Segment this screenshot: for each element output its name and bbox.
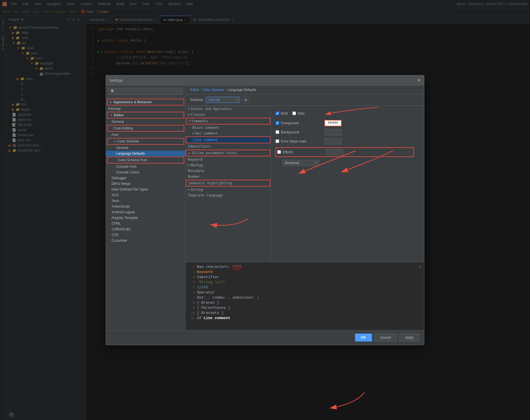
element-classes[interactable]: ▶ Classes xyxy=(186,112,271,117)
element-line-comment-label: Line comment xyxy=(193,138,218,142)
foreground-color-swatch[interactable]: FFFFFF xyxy=(324,120,342,126)
element-list: ▶ States and Operators ▶ Classes ▼ Comme… xyxy=(186,106,271,262)
settings-item-language-defaults[interactable]: Language Defaults xyxy=(106,151,185,156)
settings-dialog-overlay: Settings ✕ ▶ Appearance & Behavior xyxy=(0,0,530,420)
settings-item-angular[interactable]: Angular Template xyxy=(106,215,185,221)
apply-button[interactable]: Apply xyxy=(399,334,420,342)
cancel-button[interactable]: Cancel xyxy=(374,334,397,342)
settings-item-font[interactable]: Font xyxy=(106,132,185,138)
background-checkbox[interactable] xyxy=(276,130,279,134)
settings-item-code-editing[interactable]: Code Editing xyxy=(107,125,184,132)
element-metadata-label: Metadata xyxy=(188,169,204,173)
breadcrumb-colorscheme[interactable]: Color Scheme xyxy=(202,88,224,92)
background-color-swatch[interactable] xyxy=(324,129,342,135)
settings-item-color-scheme-font[interactable]: Color Scheme Font xyxy=(107,157,184,164)
element-inline-hints[interactable]: ▶ Inline parameter hints xyxy=(186,150,270,156)
settings-item-editor[interactable]: ▼ Editor xyxy=(107,112,184,119)
bold-italic-row: Bold Italic xyxy=(276,111,420,115)
settings-item-vcs[interactable]: VCS xyxy=(106,192,185,198)
element-markup-label: Markup xyxy=(191,163,203,167)
element-semantic[interactable]: Semantic highlighting xyxy=(186,180,270,187)
foreground-checkbox[interactable] xyxy=(276,121,279,125)
settings-keymap-label: Keymap xyxy=(108,107,121,111)
settings-as-label: ActionScript xyxy=(112,204,130,208)
breadcrumb-sep2: › xyxy=(225,88,226,92)
preview-content-6: Operator xyxy=(197,290,215,295)
settings-general2-label: General xyxy=(116,146,128,150)
settings-search-input[interactable] xyxy=(108,88,183,95)
effects-color-swatch[interactable] xyxy=(326,149,343,155)
settings-item-console-font[interactable]: Console Font xyxy=(106,164,185,169)
error-stripe-checkbox[interactable] xyxy=(276,139,279,143)
element-doc-comment[interactable]: ▶ Doc comment xyxy=(186,131,271,136)
preview-num-1: 1 xyxy=(190,265,197,269)
settings-item-general[interactable]: General xyxy=(106,119,185,125)
settings-java-label: Java xyxy=(112,199,119,203)
element-string[interactable]: ▶ String xyxy=(186,187,271,193)
settings-content: ▶ States and Operators ▶ Classes ▼ Comme… xyxy=(186,106,424,262)
breadcrumb-editor[interactable]: Editor xyxy=(190,88,199,92)
expand-comments-icon: ▼ xyxy=(189,119,190,123)
settings-item-debugger[interactable]: Debugger xyxy=(106,175,185,181)
element-classes-label: Classes xyxy=(191,113,205,117)
error-stripe-color-swatch[interactable] xyxy=(324,138,342,144)
background-checkbox-label[interactable]: Background xyxy=(276,130,321,134)
element-identifiers[interactable]: Identifiers xyxy=(186,144,271,149)
settings-item-cucumber[interactable]: Cucumber xyxy=(106,238,185,243)
settings-dialog: Settings ✕ ▶ Appearance & Behavior xyxy=(106,75,424,345)
element-comments[interactable]: ▼ Comments xyxy=(186,118,270,125)
settings-item-color-scheme[interactable]: ▼ Color Scheme xyxy=(107,138,184,145)
error-stripe-checkbox-label[interactable]: Error stripe mark xyxy=(276,139,321,143)
italic-checkbox-label[interactable]: Italic xyxy=(292,111,305,115)
settings-item-actionscript[interactable]: ActionScript xyxy=(106,204,185,209)
settings-al-label: Android Logcat xyxy=(112,210,135,214)
preview-line-8: 8 { Braces } xyxy=(190,300,420,305)
breadcrumb-langdefaults: Language Defaults xyxy=(227,88,256,92)
dialog-title-bar: Settings ✕ xyxy=(106,75,424,86)
settings-item-cfml[interactable]: CFML xyxy=(106,221,185,226)
effects-checkbox[interactable] xyxy=(277,150,281,154)
element-block-comment[interactable]: Block comment xyxy=(186,125,271,131)
effects-row: Effects xyxy=(276,147,414,157)
element-markup[interactable]: ▶ Markup xyxy=(186,162,271,168)
italic-checkbox[interactable] xyxy=(292,111,296,115)
bold-checkbox[interactable] xyxy=(276,111,279,115)
element-line-comment[interactable]: Line comment xyxy=(186,136,270,143)
element-states[interactable]: ▶ States and Operators xyxy=(186,106,271,112)
effects-type-select[interactable]: Bordered Underline Bold underline Underw… xyxy=(282,160,319,166)
element-keyword[interactable]: Keyword xyxy=(186,157,271,162)
expand-states-icon: ▶ xyxy=(188,107,190,110)
properties-panel: Bold Italic xyxy=(271,106,424,262)
ok-button[interactable]: OK xyxy=(355,334,372,342)
expand-classes-icon: ▶ xyxy=(188,113,190,116)
bold-checkbox-label[interactable]: Bold xyxy=(276,111,288,115)
element-semantic-label: Semantic highlighting xyxy=(189,181,232,185)
effects-checkbox-label[interactable]: Effects xyxy=(277,150,323,154)
foreground-checkbox-label[interactable]: Foreground xyxy=(276,121,321,125)
element-string-label: String xyxy=(191,188,203,192)
settings-item-keymap[interactable]: Keymap xyxy=(106,106,185,111)
settings-item-console-colors[interactable]: Console Colors xyxy=(106,169,185,175)
dialog-close-button[interactable]: ✕ xyxy=(417,78,421,83)
dialog-title: Settings xyxy=(109,78,417,82)
settings-item-general2[interactable]: General xyxy=(106,145,185,151)
error-stripe-label-text: Error stripe mark xyxy=(281,139,306,143)
background-row: Background xyxy=(276,129,420,135)
settings-item-android-logcat[interactable]: Android Logcat xyxy=(106,209,185,215)
settings-item-java[interactable]: Java xyxy=(106,198,185,204)
scheme-select[interactable]: Darcula Default High contrast xyxy=(206,97,240,103)
settings-breadcrumb: Editor › Color Scheme › Language Default… xyxy=(186,86,424,94)
preview-line-6: 6 Operator xyxy=(190,290,420,295)
preview-content-7: Dot: . comma: , semicolon: ; xyxy=(197,295,259,300)
settings-item-diff[interactable]: Diff & Merge xyxy=(106,181,185,187)
settings-item-user-defined[interactable]: User-Defined File Types xyxy=(106,187,185,192)
scheme-gear-button[interactable]: ⚙ xyxy=(242,97,250,103)
settings-item-appearance[interactable]: ▶ Appearance & Behavior xyxy=(107,99,184,105)
error-stripe-row: Error stripe mark xyxy=(276,138,420,144)
element-template[interactable]: Template language xyxy=(186,193,271,198)
element-number[interactable]: Number xyxy=(186,174,271,179)
bold-label-text: Bold xyxy=(281,111,288,115)
settings-item-coffeescript[interactable]: CoffeeScript xyxy=(106,226,185,232)
settings-item-css[interactable]: CSS xyxy=(106,232,185,238)
element-metadata[interactable]: Metadata xyxy=(186,168,271,174)
